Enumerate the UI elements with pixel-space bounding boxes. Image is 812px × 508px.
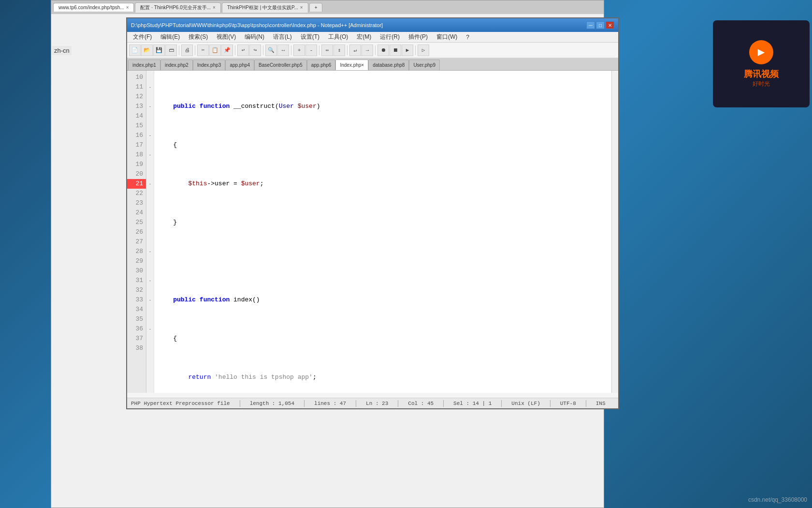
toolbar-macro-stop[interactable]: ⏹	[390, 45, 401, 56]
file-tab-8-label: database.php8	[373, 62, 405, 68]
file-tab-2-label: index.php2	[165, 62, 188, 68]
menu-edit[interactable]: 编辑(E)	[157, 32, 184, 42]
menu-plugins[interactable]: 插件(P)	[405, 32, 432, 42]
file-tab-3[interactable]: Index.php3	[193, 60, 226, 70]
file-tab-2[interactable]: index.php2	[160, 60, 193, 70]
fold-17	[146, 140, 154, 150]
file-tab-5[interactable]: BaseController.php5	[254, 60, 307, 70]
toolbar-cut[interactable]: ✂	[197, 45, 209, 56]
menu-run[interactable]: 运行(R)	[376, 32, 404, 42]
line-num-27: 27	[127, 237, 146, 247]
menu-macro[interactable]: 宏(M)	[353, 32, 375, 42]
browser-tab-2-close[interactable]: ×	[213, 5, 216, 10]
menu-window[interactable]: 窗口(W)	[433, 32, 461, 42]
fold-20	[146, 169, 154, 179]
fold-10[interactable]	[146, 73, 154, 82]
toolbar-macro-rec[interactable]: ⏺	[377, 45, 389, 56]
fold-36[interactable]: -	[146, 324, 154, 334]
menu-search[interactable]: 搜索(S)	[185, 32, 212, 42]
status-ins: INS	[596, 401, 606, 406]
file-tab-1[interactable]: index.php1	[128, 60, 160, 70]
code-content[interactable]: public function __construct(User $user) …	[154, 71, 611, 393]
line-num-13: 13	[127, 102, 146, 111]
menu-help[interactable]: ?	[462, 33, 473, 42]
toolbar-save-all[interactable]: 🗃	[165, 45, 177, 56]
line-num-36: 36	[127, 324, 146, 334]
toolbar-find[interactable]: 🔍	[265, 45, 277, 56]
notepad-editor: 10 11 12 13 14 15 16 17 18 19 20 21 22 2…	[127, 71, 618, 393]
fold-24	[146, 208, 154, 218]
fold-29	[146, 256, 154, 266]
toolbar-open[interactable]: 📂	[141, 45, 153, 56]
toolbar-replace[interactable]: ↔	[277, 45, 289, 56]
fold-26	[146, 227, 154, 237]
browser-tab-3[interactable]: ThinkPHP框架 | 中文最佳实践P... ×	[222, 2, 308, 13]
status-col: Col : 45	[408, 401, 434, 406]
fold-21[interactable]: -	[146, 179, 154, 189]
file-tab-7[interactable]: Index.php×	[335, 60, 368, 70]
browser-tabs-bar: www.tp6.com/index.php/tpsh... × 配置 · Thi…	[51, 0, 604, 14]
file-tab-4[interactable]: app.php4	[225, 60, 254, 70]
toolbar-run[interactable]: ▷	[418, 45, 429, 56]
new-tab-button[interactable]: +	[309, 3, 323, 12]
toolbar-paste[interactable]: 📌	[221, 45, 233, 56]
code-line-11: {	[154, 140, 611, 150]
fold-27	[146, 237, 154, 247]
fold-16[interactable]: -	[146, 131, 154, 140]
menu-view[interactable]: 视图(V)	[213, 32, 240, 42]
fold-28: -	[146, 247, 154, 256]
line-num-32: 32	[127, 285, 146, 295]
line-num-15: 15	[127, 121, 146, 131]
code-line-17: return 'hello this is tpshop app';	[154, 373, 611, 382]
maximize-button[interactable]: □	[596, 21, 605, 29]
toolbar-zoom-in[interactable]: +	[293, 45, 305, 56]
toolbar-new[interactable]: 📄	[129, 45, 141, 56]
fold-column: - - - - - - -	[146, 71, 154, 393]
line-num-37: 37	[127, 334, 146, 344]
toolbar-redo[interactable]: ↪	[249, 45, 261, 56]
menu-tools[interactable]: 工具(O)	[324, 32, 352, 42]
toolbar-macro-play[interactable]: ▶	[402, 45, 413, 56]
tencent-video-logo: ▶	[749, 40, 773, 64]
editor-scrollbar[interactable]	[611, 71, 618, 393]
menu-encode[interactable]: 编码(N)	[241, 32, 268, 42]
file-tab-7-label: Index.php×	[340, 62, 364, 68]
file-tab-6[interactable]: app.php6	[307, 60, 336, 70]
file-tab-9[interactable]: User.php9	[409, 60, 440, 70]
toolbar-zoom-out[interactable]: -	[305, 45, 317, 56]
fold-31[interactable]: -	[146, 276, 154, 285]
toolbar-sep-5	[291, 45, 291, 55]
fold-11[interactable]: -	[146, 82, 154, 92]
notepad-title-text: D:\phpStudy\PHPTutorial\WWW\thinkphp6\tp…	[131, 22, 383, 28]
line-num-34: 34	[127, 305, 146, 314]
code-line-12: $this->user = $user;	[154, 179, 611, 189]
line-num-11: 11	[127, 82, 146, 92]
toolbar-indent[interactable]: →	[362, 45, 373, 56]
browser-tab-3-close[interactable]: ×	[300, 5, 303, 10]
fold-14	[146, 111, 154, 121]
tencent-play-icon[interactable]: ▶	[749, 40, 773, 64]
browser-tab-2[interactable]: 配置 · ThinkPHP6.0完全开发手... ×	[135, 2, 220, 13]
toolbar-sync-v[interactable]: ⇕	[334, 45, 345, 56]
minimize-button[interactable]: ─	[586, 21, 595, 29]
menu-settings[interactable]: 设置(T)	[297, 32, 323, 42]
toolbar-sync-h[interactable]: ⇔	[321, 45, 333, 56]
toolbar-sep-6	[319, 45, 319, 55]
status-ln: Ln : 23	[366, 401, 388, 406]
line-num-33: 33	[127, 295, 146, 305]
toolbar-print[interactable]: 🖨	[181, 45, 193, 56]
file-tab-8[interactable]: database.php8	[368, 60, 409, 70]
menu-language[interactable]: 语言(L)	[269, 32, 296, 42]
toolbar-undo[interactable]: ↩	[237, 45, 249, 56]
toolbar-save[interactable]: 💾	[153, 45, 165, 56]
browser-tab-1[interactable]: www.tp6.com/index.php/tpsh... ×	[53, 3, 134, 12]
browser-tab-1-close[interactable]: ×	[126, 5, 129, 10]
toolbar-copy[interactable]: 📋	[209, 45, 221, 56]
toolbar-wordwrap[interactable]: ↵	[349, 45, 361, 56]
close-button[interactable]: ✕	[606, 21, 614, 29]
menu-file[interactable]: 文件(F)	[129, 32, 156, 42]
file-tab-5-label: BaseController.php5	[259, 62, 303, 68]
line-num-10: 10	[127, 73, 146, 82]
toolbar-sep-3	[235, 45, 235, 55]
file-tab-3-label: Index.php3	[197, 62, 221, 68]
